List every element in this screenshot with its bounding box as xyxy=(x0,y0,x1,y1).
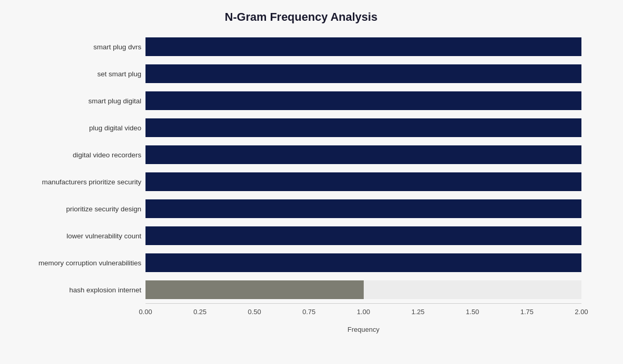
x-tick: 1.75 xyxy=(520,308,533,316)
x-tick: 1.50 xyxy=(466,308,479,316)
bar-row: manufacturers prioritize security xyxy=(145,168,581,195)
x-tick: 1.00 xyxy=(357,308,370,316)
bar-background xyxy=(145,253,581,272)
bar-row: lower vulnerability count xyxy=(145,222,581,249)
bar-label: prioritize security design xyxy=(9,205,141,213)
x-axis: 0.000.250.500.751.001.251.501.752.00 xyxy=(145,308,581,323)
bar-label: digital video recorders xyxy=(9,151,141,159)
chart-area: smart plug dvrsset smart plugsmart plug … xyxy=(145,33,581,303)
x-axis-label: Frequency xyxy=(145,326,581,333)
chart-title: N-Gram Frequency Analysis xyxy=(10,10,592,24)
bar-label: memory corruption vulnerabilities xyxy=(9,259,141,267)
bar-label: lower vulnerability count xyxy=(9,232,141,240)
bar-fill xyxy=(145,199,581,218)
bar-row: digital video recorders xyxy=(145,141,581,168)
chart-container: N-Gram Frequency Analysis smart plug dvr… xyxy=(0,0,623,364)
bar-fill xyxy=(145,280,364,299)
x-tick: 0.00 xyxy=(139,308,152,316)
bar-row: set smart plug xyxy=(145,60,581,87)
bar-row: memory corruption vulnerabilities xyxy=(145,249,581,276)
bar-background xyxy=(145,172,581,191)
x-tick: 0.50 xyxy=(248,308,261,316)
bar-row: smart plug digital xyxy=(145,87,581,114)
bar-background xyxy=(145,145,581,164)
bar-background xyxy=(145,280,581,299)
bar-fill xyxy=(145,91,581,110)
bar-background xyxy=(145,226,581,245)
bar-fill xyxy=(145,172,581,191)
bar-row: prioritize security design xyxy=(145,195,581,222)
bar-row: smart plug dvrs xyxy=(145,33,581,60)
bar-background xyxy=(145,199,581,218)
bar-fill xyxy=(145,37,581,56)
bar-fill xyxy=(145,253,581,272)
bar-background xyxy=(145,64,581,83)
bar-background xyxy=(145,118,581,137)
bar-fill xyxy=(145,145,581,164)
x-tick: 0.25 xyxy=(193,308,206,316)
bar-label: smart plug digital xyxy=(9,97,141,105)
bar-fill xyxy=(145,64,581,83)
bar-row: plug digital video xyxy=(145,114,581,141)
bar-label: plug digital video xyxy=(9,124,141,132)
bar-label: manufacturers prioritize security xyxy=(9,178,141,186)
x-tick: 2.00 xyxy=(575,308,588,316)
bar-background xyxy=(145,91,581,110)
bar-label: hash explosion internet xyxy=(9,286,141,294)
bar-fill xyxy=(145,118,581,137)
x-tick: 0.75 xyxy=(302,308,315,316)
x-axis-line xyxy=(145,303,581,304)
bar-label: set smart plug xyxy=(9,70,141,78)
bar-label: smart plug dvrs xyxy=(9,43,141,51)
bar-row: hash explosion internet xyxy=(145,276,581,303)
bar-background xyxy=(145,37,581,56)
bar-fill xyxy=(145,226,581,245)
x-tick: 1.25 xyxy=(412,308,425,316)
